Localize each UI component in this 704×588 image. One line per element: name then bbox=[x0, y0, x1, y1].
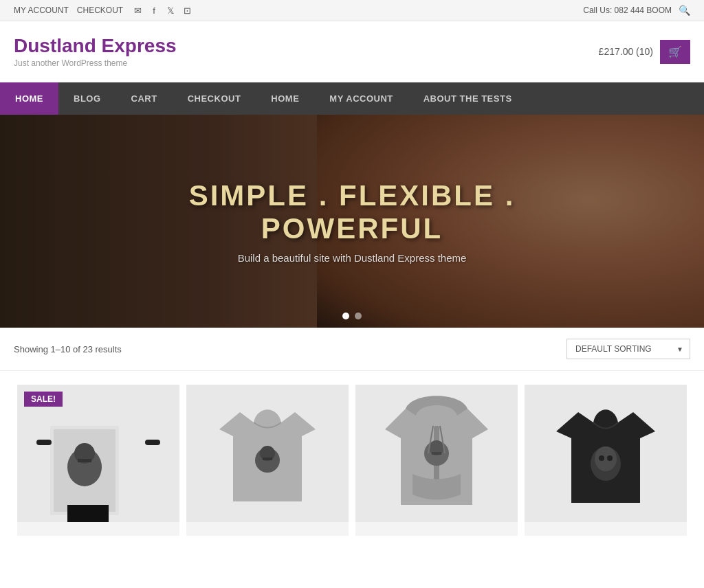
svg-rect-4 bbox=[78, 459, 91, 462]
nav-item-blog[interactable]: BLOG bbox=[58, 82, 116, 115]
hero-title: SIMPLE . FLEXIBLE . POWERFUL bbox=[176, 179, 528, 245]
svg-rect-10 bbox=[263, 457, 272, 460]
cart-amount: £217.00 (10) bbox=[599, 46, 653, 57]
hero-dot-2[interactable] bbox=[355, 313, 362, 319]
svg-rect-7 bbox=[67, 505, 109, 522]
hero-content: SIMPLE . FLEXIBLE . POWERFUL Build a bea… bbox=[176, 179, 528, 264]
instagram-icon[interactable]: ⊡ bbox=[181, 4, 193, 16]
cart-icon: 🛒 bbox=[668, 45, 682, 58]
call-us-text: Call Us: 082 444 BOOM bbox=[583, 5, 672, 15]
nav-item-home[interactable]: HOME bbox=[0, 82, 58, 115]
product-image-3 bbox=[355, 385, 518, 522]
product-card-1[interactable]: SALE! bbox=[17, 385, 179, 536]
product-svg-4 bbox=[537, 385, 674, 522]
search-icon[interactable]: 🔍 bbox=[679, 5, 690, 16]
email-icon[interactable]: ✉ bbox=[131, 4, 144, 16]
product-image-4 bbox=[525, 385, 687, 522]
svg-point-19 bbox=[599, 455, 604, 461]
nav-item-checkout[interactable]: CHECKOUT bbox=[173, 82, 256, 115]
sale-badge: SALE! bbox=[24, 392, 63, 407]
product-svg-3 bbox=[368, 385, 505, 522]
cart-button[interactable]: 🛒 bbox=[660, 40, 690, 64]
sort-wrapper: DEFAULT SORTING Sort by popularity Sort … bbox=[566, 339, 690, 359]
svg-rect-14 bbox=[432, 452, 441, 455]
svg-rect-6 bbox=[145, 440, 160, 445]
hero-dot-1[interactable] bbox=[342, 313, 349, 319]
product-image-2 bbox=[186, 385, 349, 522]
products-grid: SALE! bbox=[0, 371, 704, 550]
nav-item-abouttests[interactable]: ABOUT THE TESTS bbox=[408, 82, 527, 115]
top-bar-right: Call Us: 082 444 BOOM 🔍 bbox=[583, 5, 690, 16]
nav-item-cart[interactable]: CART bbox=[116, 82, 173, 115]
svg-point-20 bbox=[607, 455, 613, 461]
logo-area: Dustland Express Just another WordPress … bbox=[14, 35, 177, 68]
twitter-icon[interactable]: 𝕏 bbox=[164, 4, 177, 16]
product-svg-2 bbox=[199, 385, 336, 522]
hero-dots bbox=[342, 313, 362, 319]
nav-item-myaccount[interactable]: MY ACCOUNT bbox=[314, 82, 408, 115]
nav-item-home2[interactable]: HOME bbox=[256, 82, 314, 115]
site-header: Dustland Express Just another WordPress … bbox=[0, 21, 704, 82]
product-card-4[interactable] bbox=[525, 385, 687, 536]
product-card-2[interactable] bbox=[186, 385, 349, 536]
logo-subtitle: Just another WordPress theme bbox=[14, 58, 177, 68]
main-nav: HOME BLOG CART CHECKOUT HOME MY ACCOUNT … bbox=[0, 82, 704, 115]
svg-rect-5 bbox=[36, 440, 52, 445]
svg-point-18 bbox=[595, 446, 617, 471]
top-bar: MY ACCOUNT CHECKOUT ✉ f 𝕏 ⊡ Call Us: 082… bbox=[0, 0, 704, 21]
top-bar-left: MY ACCOUNT CHECKOUT ✉ f 𝕏 ⊡ bbox=[14, 4, 193, 16]
social-icons: ✉ f 𝕏 ⊡ bbox=[131, 4, 193, 16]
hero-banner: SIMPLE . FLEXIBLE . POWERFUL Build a bea… bbox=[0, 115, 704, 328]
hero-subtitle: Build a beautiful site with Dustland Exp… bbox=[176, 252, 528, 264]
sort-select[interactable]: DEFAULT SORTING Sort by popularity Sort … bbox=[566, 339, 690, 359]
facebook-icon[interactable]: f bbox=[148, 4, 160, 16]
products-header: Showing 1–10 of 23 results DEFAULT SORTI… bbox=[0, 328, 704, 371]
checkout-link[interactable]: CHECKOUT bbox=[77, 5, 123, 15]
logo-title[interactable]: Dustland Express bbox=[14, 35, 177, 57]
cart-area: £217.00 (10) 🛒 bbox=[599, 40, 690, 64]
my-account-link[interactable]: MY ACCOUNT bbox=[14, 5, 69, 15]
product-card-3[interactable] bbox=[355, 385, 518, 536]
results-text: Showing 1–10 of 23 results bbox=[14, 344, 122, 354]
